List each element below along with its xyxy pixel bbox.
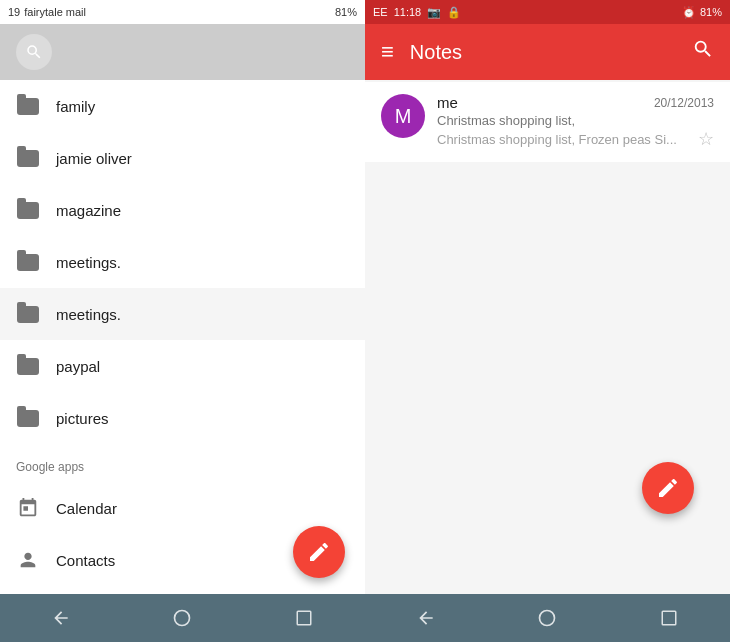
search-icon[interactable] [692, 38, 714, 66]
sidebar-item-label: pictures [56, 410, 109, 427]
recents-button-left[interactable] [284, 598, 324, 638]
star-icon[interactable]: ☆ [698, 128, 714, 150]
email-list: M me 20/12/2013 Christmas shopping list,… [365, 80, 730, 594]
folder-icon [16, 200, 40, 220]
sidebar-item-label: jamie oliver [56, 150, 132, 167]
email-date: 20/12/2013 [654, 96, 714, 110]
right-header: ≡ Notes [365, 24, 730, 80]
google-apps-section-header: Google apps [0, 444, 365, 482]
svg-point-0 [175, 611, 190, 626]
status-battery-left: 81% [335, 6, 357, 18]
back-button-left[interactable] [41, 598, 81, 638]
bottom-nav-left [0, 594, 365, 642]
home-button-left[interactable] [162, 598, 202, 638]
sidebar-item-label: paypal [56, 358, 100, 375]
status-carrier-right: EE [373, 6, 388, 18]
status-battery-right: 81% [700, 6, 722, 18]
home-button-right[interactable] [527, 598, 567, 638]
status-time-left: 19 [8, 6, 20, 18]
avatar: M [381, 94, 425, 138]
svg-rect-3 [662, 611, 676, 625]
folder-icon [16, 408, 40, 428]
page-title: Notes [410, 41, 462, 64]
status-bar-right: EE 11:18 📷 🔒 ⏰ 81% [365, 0, 730, 24]
email-preview-line2: Christmas shopping list, Frozen peas Si.… [437, 132, 690, 147]
sidebar-item-jamie-oliver[interactable]: jamie oliver [0, 132, 365, 184]
contacts-label: Contacts [56, 552, 115, 569]
svg-point-2 [540, 611, 555, 626]
compose-fab-left[interactable] [293, 526, 345, 578]
svg-rect-1 [297, 611, 311, 625]
sidebar-item-label: family [56, 98, 95, 115]
email-list-item[interactable]: M me 20/12/2013 Christmas shopping list,… [365, 82, 730, 162]
calendar-icon [16, 496, 40, 520]
compose-fab-right[interactable] [642, 462, 694, 514]
email-preview-line1: Christmas shopping list, [437, 113, 714, 128]
recents-button-right[interactable] [649, 598, 689, 638]
back-button-right[interactable] [406, 598, 446, 638]
sidebar-item-label: meetings. [56, 254, 121, 271]
folder-icon [16, 96, 40, 116]
email-content: me 20/12/2013 Christmas shopping list, C… [437, 94, 714, 150]
sidebar-item-paypal[interactable]: paypal [0, 340, 365, 392]
email-sender: me [437, 94, 458, 111]
contacts-icon [16, 548, 40, 572]
status-carrier-left: fairytale mail [24, 6, 86, 18]
bottom-nav-right [365, 594, 730, 642]
sidebar-item-label: magazine [56, 202, 121, 219]
sidebar-item-meetings[interactable]: meetings. [0, 236, 365, 288]
folder-icon [16, 304, 40, 324]
hamburger-menu[interactable]: ≡ [381, 39, 394, 65]
left-header [0, 24, 365, 80]
status-bar-left: 19 fairytale mail 81% [0, 0, 365, 24]
sidebar-item-pictures[interactable]: pictures [0, 392, 365, 444]
sidebar-item-notes[interactable]: meetings. [0, 288, 365, 340]
sidebar-item-magazine[interactable]: magazine [0, 184, 365, 236]
sidebar-item-family[interactable]: family [0, 80, 365, 132]
sidebar-item-settings[interactable]: Settings [0, 586, 365, 594]
folder-icon [16, 252, 40, 272]
sidebar-item-label: meetings. [56, 306, 121, 323]
search-icon[interactable] [16, 34, 52, 70]
right-panel: EE 11:18 📷 🔒 ⏰ 81% ≡ Notes M [365, 0, 730, 642]
folder-icon [16, 356, 40, 376]
nav-list: family jamie oliver magazine meetings. m… [0, 80, 365, 594]
status-time-right: 11:18 [394, 6, 422, 18]
calendar-label: Calendar [56, 500, 117, 517]
folder-icon [16, 148, 40, 168]
left-panel: 19 fairytale mail 81% family jamie olive… [0, 0, 365, 642]
